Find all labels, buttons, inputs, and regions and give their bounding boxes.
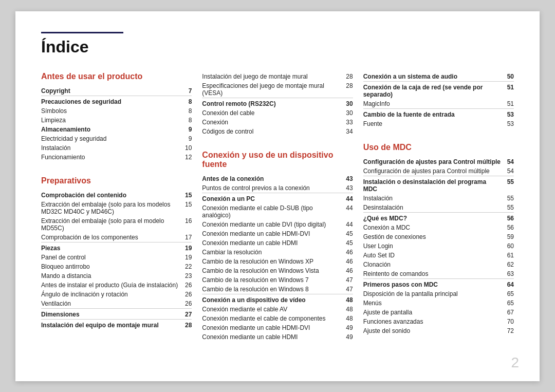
table-row: Instalación del equipo de montaje mural2… bbox=[41, 319, 192, 330]
table-row: Conexión a un sistema de audio50 bbox=[363, 72, 514, 82]
table-row: Piezas19 bbox=[41, 242, 192, 253]
table-row: Configuración de ajustes para Control mú… bbox=[363, 166, 514, 176]
table-row: Comprobación de los componentes17 bbox=[41, 233, 192, 242]
column-1: Antes de usar el producto Copyright7Prec… bbox=[41, 72, 202, 342]
table-row: Cambio de la resolución en Windows XP46 bbox=[202, 257, 353, 266]
section-title-preparativos: Preparativos bbox=[41, 176, 192, 185]
table-row: Códigos de control34 bbox=[202, 127, 353, 136]
columns: Antes de usar el producto Copyright7Prec… bbox=[41, 72, 514, 342]
title-bar bbox=[41, 32, 123, 33]
table-row: Funcionamiento12 bbox=[41, 153, 192, 162]
table-row: Precauciones de seguridad8 bbox=[41, 96, 192, 106]
table-row: Extracción del embalaje (solo para los m… bbox=[41, 200, 192, 216]
table-row: Fuente53 bbox=[363, 119, 514, 128]
section-title-antes: Antes de usar el producto bbox=[41, 72, 192, 81]
table-row: Conexión mediante el cable AV48 bbox=[202, 305, 353, 314]
table-row: Conexión a un PC44 bbox=[202, 193, 353, 203]
toc-table-col2-s2: Antes de la conexión43Puntos de control … bbox=[202, 174, 353, 342]
table-row: Especificaciones del juego de montaje mu… bbox=[202, 81, 353, 98]
table-row: Almacenamiento9 bbox=[41, 125, 192, 134]
toc-table-col2-s1: Instalación del juego de montaje mural28… bbox=[202, 72, 353, 136]
table-row: Mando a distancia23 bbox=[41, 271, 192, 281]
table-row: Ángulo de inclinación y rotación26 bbox=[41, 290, 192, 299]
toc-table-col3-s1: Conexión a un sistema de audio50Conexión… bbox=[363, 72, 514, 128]
toc-table-preparativos: Comprobación del contenido15Extracción d… bbox=[41, 191, 192, 330]
table-row: Instalación55 bbox=[363, 194, 514, 203]
table-row: Cambio de la resolución en Windows Vista… bbox=[202, 266, 353, 275]
table-row: Conexión de la caja de red (se vende por… bbox=[363, 81, 514, 99]
table-row: Ajuste del sonido72 bbox=[363, 326, 514, 335]
table-row: Conexión mediante un cable HDMI-DVI45 bbox=[202, 229, 353, 238]
table-row: Comprobación del contenido15 bbox=[41, 191, 192, 200]
toc-table-antes: Copyright7Precauciones de seguridad8Símb… bbox=[41, 86, 192, 162]
page-number: 2 bbox=[511, 354, 519, 371]
table-row: Puntos de control previos a la conexión4… bbox=[202, 183, 353, 193]
table-row: Primeros pasos con MDC64 bbox=[363, 278, 514, 289]
table-row: Antes de instalar el producto (Guía de i… bbox=[41, 281, 192, 290]
table-row: Conexión a MDC56 bbox=[363, 223, 514, 232]
table-row: Desinstalación55 bbox=[363, 203, 514, 213]
toc-table-col3-s2: Configuración de ajustes para Control mú… bbox=[363, 157, 514, 335]
table-row: Instalación o desinstalación del program… bbox=[363, 176, 514, 194]
table-row: Auto Set ID61 bbox=[363, 251, 514, 260]
table-row: Menús65 bbox=[363, 298, 514, 308]
table-row: User Login60 bbox=[363, 241, 514, 251]
table-row: Instalación10 bbox=[41, 143, 192, 153]
table-row: Gestión de conexiones59 bbox=[363, 232, 514, 241]
table-row: Reintento de comandos63 bbox=[363, 269, 514, 279]
table-row: MagicInfo51 bbox=[363, 99, 514, 109]
section-title-conexion: Conexión y uso de un dispositivo fuente bbox=[202, 151, 353, 169]
table-row: Copyright7 bbox=[41, 86, 192, 96]
table-row: Cambio de la resolución en Windows 747 bbox=[202, 275, 353, 285]
main-title: Índice bbox=[41, 38, 514, 57]
table-row: Funciones avanzadas70 bbox=[363, 317, 514, 326]
column-2: Instalación del juego de montaje mural28… bbox=[202, 72, 363, 342]
page: Índice Antes de usar el producto Copyrig… bbox=[15, 11, 540, 381]
table-row: Ajuste de pantalla67 bbox=[363, 308, 514, 317]
table-row: Cambiar la resolución46 bbox=[202, 248, 353, 257]
table-row: Símbolos8 bbox=[41, 106, 192, 116]
table-row: Clonación62 bbox=[363, 260, 514, 269]
table-row: ¿Qué es MDC?56 bbox=[363, 212, 514, 223]
table-row: Electricidad y seguridad9 bbox=[41, 134, 192, 143]
table-row: Conexión a un dispositivo de vídeo48 bbox=[202, 294, 353, 305]
column-3: Conexión a un sistema de audio50Conexión… bbox=[363, 72, 514, 342]
table-row: Conexión del cable30 bbox=[202, 108, 353, 118]
table-row: Conexión mediante un cable HDMI45 bbox=[202, 238, 353, 248]
table-row: Conexión mediante un cable HDMI-DVI49 bbox=[202, 323, 353, 332]
table-row: Bloqueo antirrobo22 bbox=[41, 262, 192, 271]
section-title-mdc: Uso de MDC bbox=[363, 143, 514, 152]
table-row: Conexión mediante un cable DVI (tipo dig… bbox=[202, 220, 353, 229]
table-row: Configuración de ajustes para Control mú… bbox=[363, 157, 514, 166]
table-row: Disposición de la pantalla principal65 bbox=[363, 289, 514, 298]
table-row: Conexión mediante un cable HDMI49 bbox=[202, 332, 353, 342]
table-row: Instalación del juego de montaje mural28 bbox=[202, 72, 353, 81]
table-row: Conexión mediante el cable de componente… bbox=[202, 314, 353, 323]
table-row: Control remoto (RS232C)30 bbox=[202, 98, 353, 108]
table-row: Extracción del embalaje (solo para el mo… bbox=[41, 216, 192, 233]
table-row: Panel de control19 bbox=[41, 253, 192, 262]
table-row: Conexión mediante el cable D-SUB (tipo a… bbox=[202, 203, 353, 220]
table-row: Conexión33 bbox=[202, 118, 353, 127]
table-row: Cambio de la fuente de entrada53 bbox=[363, 108, 514, 119]
table-row: Dimensiones27 bbox=[41, 308, 192, 319]
table-row: Ventilación26 bbox=[41, 299, 192, 309]
table-row: Antes de la conexión43 bbox=[202, 174, 353, 183]
table-row: Limpieza8 bbox=[41, 116, 192, 125]
table-row: Cambio de la resolución en Windows 847 bbox=[202, 285, 353, 294]
